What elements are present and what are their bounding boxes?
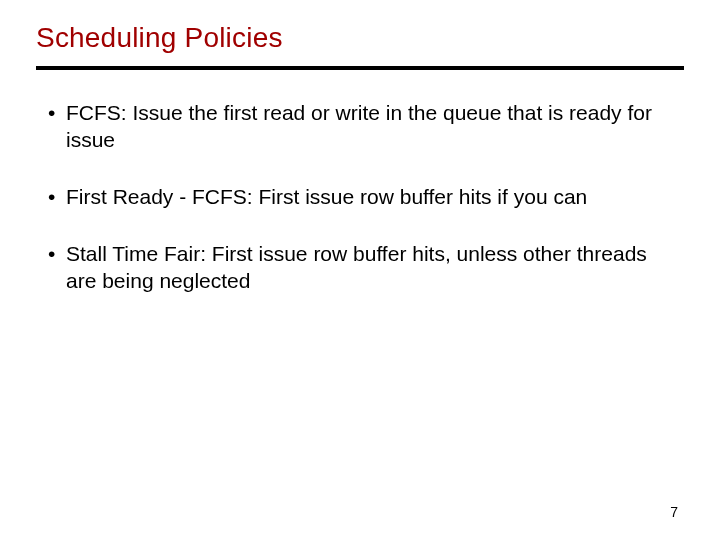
- bullet-item: First Ready - FCFS: First issue row buff…: [48, 184, 678, 211]
- page-number: 7: [670, 504, 678, 520]
- bullet-item: Stall Time Fair: First issue row buffer …: [48, 241, 678, 295]
- bullet-item: FCFS: Issue the first read or write in t…: [48, 100, 678, 154]
- bullet-list: FCFS: Issue the first read or write in t…: [36, 100, 684, 294]
- slide-title: Scheduling Policies: [36, 22, 684, 54]
- title-underline: [36, 66, 684, 70]
- slide: Scheduling Policies FCFS: Issue the firs…: [0, 0, 720, 540]
